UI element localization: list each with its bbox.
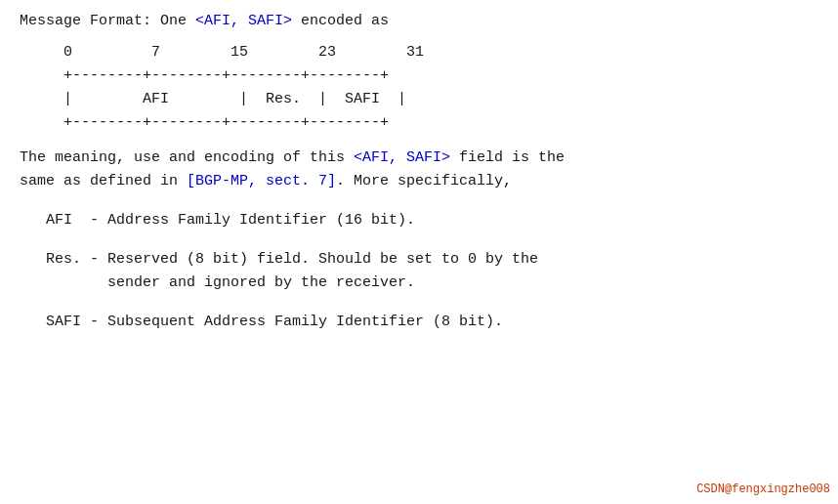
para1-section: The meaning, use and encoding of this <A… — [20, 147, 818, 193]
res-label2: sender and ignored by the receiver. — [20, 272, 818, 295]
diagram-middle-row: | AFI | Res. | SAFI | — [20, 88, 818, 111]
watermark: CSDN@fengxingzhe008 — [696, 483, 830, 496]
para1-line1-suffix: field is the — [450, 149, 565, 166]
para1-ref: [BGP-MP, sect. 7] — [187, 173, 336, 189]
afi-section: AFI - Address Family Identifier (16 bit)… — [20, 209, 818, 232]
diagram-bottom-border: +--------+--------+--------+--------+ — [20, 111, 818, 135]
para1-line2: same as defined in [BGP-MP, sect. 7]. Mo… — [20, 170, 818, 193]
para1-line1-prefix: The meaning, use and encoding of this — [20, 149, 354, 166]
diagram-top-border: +--------+--------+--------+--------+ — [20, 64, 818, 88]
res-label1: Res. - Reserved (8 bit) field. Should be… — [20, 248, 818, 272]
para1-line2-suffix: . More specifically, — [336, 173, 512, 189]
para1-tag: <AFI, SAFI> — [354, 149, 450, 166]
safi-label: SAFI - Subsequent Address Family Identif… — [20, 311, 818, 334]
header-line: Message Format: One <AFI, SAFI> encoded … — [20, 10, 818, 33]
afi-label: AFI - Address Family Identifier (16 bit)… — [20, 209, 818, 232]
header-tag: <AFI, SAFI> — [195, 13, 292, 29]
header-suffix: encoded as — [292, 13, 389, 29]
header-section: Message Format: One <AFI, SAFI> encoded … — [20, 10, 818, 33]
watermark-text: CSDN@fengxingzhe008 — [696, 483, 830, 496]
diagram-numbers: 0 7 15 23 31 — [20, 41, 818, 64]
para1-line2-prefix: same as defined in — [20, 173, 187, 189]
page-content: Message Format: One <AFI, SAFI> encoded … — [20, 10, 818, 334]
para1-line1: The meaning, use and encoding of this <A… — [20, 147, 818, 170]
header-prefix: Message Format: One — [20, 13, 195, 29]
res-section: Res. - Reserved (8 bit) field. Should be… — [20, 248, 818, 295]
diagram-section: 0 7 15 23 31 +--------+--------+--------… — [20, 41, 818, 135]
safi-section: SAFI - Subsequent Address Family Identif… — [20, 311, 818, 334]
